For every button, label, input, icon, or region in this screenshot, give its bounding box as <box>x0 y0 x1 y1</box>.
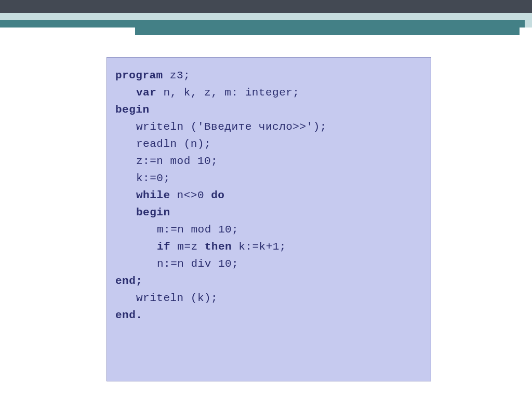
code-text: readln (n); <box>136 138 211 150</box>
code-text: m=z <box>170 241 205 253</box>
code-line: begin <box>115 101 422 118</box>
code-block: program z3; var n, k, z, m: integer; beg… <box>107 57 431 381</box>
keyword-while: while <box>136 189 170 201</box>
code-line: if m=z then k:=k+1; <box>115 238 422 255</box>
keyword-then: then <box>205 241 232 253</box>
code-line: readln (n); <box>115 135 422 153</box>
code-line: m:=n mod 10; <box>115 221 422 238</box>
code-text: k:=0; <box>136 172 170 184</box>
code-text: n:=n div 10; <box>157 258 238 270</box>
keyword-do: do <box>211 189 224 201</box>
decor-band-dark-2 <box>135 28 520 35</box>
code-text: k:=k+1; <box>232 241 286 253</box>
keyword-var: var <box>136 87 156 99</box>
code-line: writeln ('Введите число>>'); <box>115 118 422 135</box>
code-line: k:=0; <box>115 170 422 187</box>
code-text: n, k, z, m: integer; <box>156 87 299 99</box>
code-text: z3; <box>163 70 190 81</box>
code-line: begin <box>115 204 422 221</box>
decor-band-dark-1 <box>0 20 525 28</box>
keyword-if: if <box>157 241 170 253</box>
code-text: m:=n mod 10; <box>157 224 238 236</box>
keyword-end-inner: end; <box>115 275 142 287</box>
code-text: z:=n mod 10; <box>136 155 218 167</box>
keyword-begin-inner: begin <box>136 207 170 218</box>
keyword-program: program <box>115 70 163 81</box>
code-line: var n, k, z, m: integer; <box>115 84 422 101</box>
code-text: writeln (k); <box>136 292 218 304</box>
code-line: z:=n mod 10; <box>115 153 422 170</box>
code-line: while n<>0 do <box>115 187 422 204</box>
code-text: writeln ('Введите число>>'); <box>136 121 327 133</box>
keyword-end: end. <box>115 309 142 321</box>
code-line: end. <box>115 307 422 324</box>
decor-band-light-2 <box>525 20 532 28</box>
title-bar <box>0 0 532 13</box>
code-line: n:=n div 10; <box>115 255 422 272</box>
keyword-begin: begin <box>115 104 150 116</box>
code-text: n<>0 <box>170 189 211 201</box>
code-line: end; <box>115 272 422 290</box>
code-line: writeln (k); <box>115 290 422 307</box>
code-line: program z3; <box>115 67 422 84</box>
decor-band-light <box>0 13 532 20</box>
